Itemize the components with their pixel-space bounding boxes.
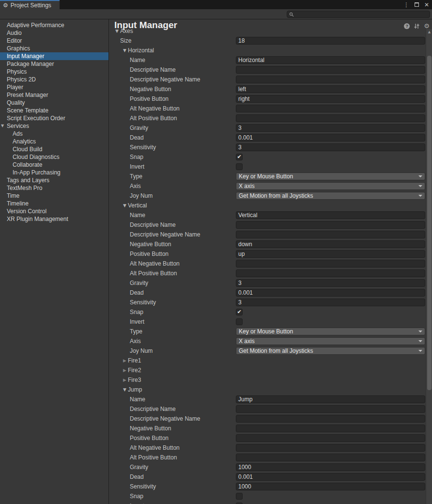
sidebar-item-ads[interactable]: Ads bbox=[0, 130, 108, 138]
row-negative-button: Negative Buttondown bbox=[109, 239, 426, 249]
text-field-negative-button[interactable]: left bbox=[236, 85, 425, 93]
text-field-descriptive-negative-name[interactable] bbox=[236, 415, 425, 423]
text-field-descriptive-name[interactable] bbox=[236, 221, 425, 229]
checkbox-snap[interactable] bbox=[236, 493, 243, 500]
preset-icon[interactable] bbox=[414, 23, 420, 29]
tab-project-settings[interactable]: ⚙ Project Settings bbox=[0, 0, 60, 9]
dropdown-axis[interactable]: X axis bbox=[236, 337, 425, 345]
foldout-triangle-icon[interactable]: ▶ bbox=[123, 356, 126, 365]
text-field-positive-button[interactable]: up bbox=[236, 250, 425, 258]
sidebar-item-player[interactable]: Player bbox=[0, 83, 108, 91]
text-field-alt-positive-button[interactable] bbox=[236, 269, 425, 277]
text-field-dead[interactable]: 0.001 bbox=[236, 289, 425, 297]
text-field-size[interactable]: 18 bbox=[236, 37, 425, 45]
text-field-dead[interactable]: 0.001 bbox=[236, 473, 425, 481]
text-field-alt-negative-button[interactable] bbox=[236, 444, 425, 452]
dropdown-type[interactable]: Key or Mouse Button bbox=[236, 328, 425, 335]
foldout-triangle-icon[interactable]: ▼ bbox=[123, 385, 126, 394]
scroll-up-arrow-icon[interactable]: ▲ bbox=[426, 30, 432, 34]
sidebar-item-audio[interactable]: Audio bbox=[0, 29, 108, 37]
sidebar-item-script-execution-order[interactable]: Script Execution Order bbox=[0, 114, 108, 122]
checkbox-snap[interactable]: ✔ bbox=[236, 309, 243, 315]
foldout-triangle-icon[interactable]: ▶ bbox=[123, 365, 126, 375]
text-field-name[interactable]: Jump bbox=[236, 395, 425, 403]
dropdown-axis[interactable]: X axis bbox=[236, 182, 425, 190]
dropdown-joy-num[interactable]: Get Motion from all Joysticks bbox=[236, 192, 425, 200]
text-field-descriptive-negative-name[interactable] bbox=[236, 231, 425, 238]
sidebar-item-version-control[interactable]: Version Control bbox=[0, 207, 108, 215]
text-field-sensitivity[interactable]: 1000 bbox=[236, 483, 425, 490]
row-vertical: ▼Vertical bbox=[109, 201, 426, 210]
text-field-negative-button[interactable] bbox=[236, 425, 425, 432]
row-negative-button: Negative Buttonleft bbox=[109, 84, 426, 94]
field-label: Horizontal bbox=[128, 46, 154, 55]
sidebar-item-cloud-build[interactable]: Cloud Build bbox=[0, 145, 108, 153]
sidebar-item-xr-plugin-management[interactable]: XR Plugin Management bbox=[0, 215, 108, 223]
sidebar-item-cloud-diagnostics[interactable]: Cloud Diagnostics bbox=[0, 153, 108, 161]
search-box[interactable] bbox=[287, 11, 430, 18]
text-field-dead[interactable]: 0.001 bbox=[236, 134, 425, 142]
sidebar-item-input-manager[interactable]: Input Manager bbox=[0, 52, 108, 60]
text-field-negative-button[interactable]: down bbox=[236, 240, 425, 248]
sidebar-item-label: Package Manager bbox=[7, 61, 54, 67]
text-field-name[interactable]: Horizontal bbox=[236, 56, 425, 64]
sidebar-item-editor[interactable]: Editor bbox=[0, 37, 108, 45]
field-label: Type bbox=[130, 327, 142, 336]
sidebar-item-analytics[interactable]: Analytics bbox=[0, 138, 108, 145]
checkbox-invert[interactable] bbox=[236, 318, 243, 325]
sidebar-item-in-app-purchasing[interactable]: In-App Purchasing bbox=[0, 169, 108, 176]
help-icon[interactable]: ? bbox=[404, 23, 410, 29]
settings-gear-icon[interactable]: ⚙ bbox=[424, 23, 430, 29]
maximize-icon[interactable] bbox=[415, 2, 419, 8]
row-fire1: ▶Fire1 bbox=[109, 356, 426, 365]
text-field-descriptive-name[interactable] bbox=[236, 405, 425, 413]
vertical-scrollbar[interactable]: ▲ bbox=[426, 29, 432, 504]
text-field-positive-button[interactable] bbox=[236, 434, 425, 442]
scrollbar-thumb[interactable] bbox=[427, 56, 432, 390]
sidebar-item-preset-manager[interactable]: Preset Manager bbox=[0, 91, 108, 99]
text-field-gravity[interactable]: 1000 bbox=[236, 463, 425, 471]
sidebar-item-timeline[interactable]: Timeline bbox=[0, 200, 108, 207]
text-field-alt-positive-button[interactable] bbox=[236, 114, 425, 122]
foldout-triangle-icon[interactable]: ▼ bbox=[123, 46, 126, 55]
text-field-gravity[interactable]: 3 bbox=[236, 124, 425, 132]
sidebar-item-label: Editor bbox=[7, 37, 22, 44]
dropdown-type[interactable]: Key or Mouse Button bbox=[236, 173, 425, 180]
text-field-gravity[interactable]: 3 bbox=[236, 279, 425, 287]
text-field-descriptive-name[interactable] bbox=[236, 66, 425, 74]
panel-header: Input Manager bbox=[109, 19, 426, 29]
text-field-sensitivity[interactable]: 3 bbox=[236, 299, 425, 306]
sidebar-item-package-manager[interactable]: Package Manager bbox=[0, 60, 108, 68]
text-field-name[interactable]: Vertical bbox=[236, 211, 425, 219]
text-field-alt-positive-button[interactable] bbox=[236, 454, 425, 461]
sidebar-item-physics[interactable]: Physics bbox=[0, 68, 108, 76]
dropdown-joy-num[interactable]: Get Motion from all Joysticks bbox=[236, 347, 425, 355]
sidebar-item-time[interactable]: Time bbox=[0, 192, 108, 200]
sidebar-item-textmesh-pro[interactable]: TextMesh Pro bbox=[0, 184, 108, 192]
foldout-triangle-icon[interactable]: ▼ bbox=[123, 201, 126, 210]
row-descriptive-name: Descriptive Name bbox=[109, 404, 426, 414]
chevron-down-icon bbox=[418, 340, 422, 342]
sidebar-item-collaborate[interactable]: Collaborate bbox=[0, 161, 108, 169]
dropdown-value: Get Motion from all Joysticks bbox=[239, 192, 313, 199]
checkbox-snap[interactable]: ✔ bbox=[236, 154, 243, 160]
sidebar-item-graphics[interactable]: Graphics bbox=[0, 45, 108, 52]
checkbox-invert[interactable] bbox=[236, 163, 243, 170]
text-field-alt-negative-button[interactable] bbox=[236, 260, 425, 268]
close-icon[interactable]: ✕ bbox=[424, 2, 429, 8]
sidebar-item-scene-template[interactable]: Scene Template bbox=[0, 107, 108, 114]
search-input[interactable] bbox=[294, 12, 428, 17]
sidebar-item-quality[interactable]: Quality bbox=[0, 99, 108, 107]
sidebar-item-adaptive-performance[interactable]: Adaptive Performance bbox=[0, 21, 108, 29]
text-field-sensitivity[interactable]: 3 bbox=[236, 143, 425, 151]
sidebar-item-services[interactable]: ▼Services bbox=[0, 122, 108, 130]
sidebar-item-physics-2d[interactable]: Physics 2D bbox=[0, 76, 108, 83]
menu-kebab-icon[interactable]: ⋮ bbox=[403, 2, 409, 8]
foldout-triangle-icon[interactable]: ▶ bbox=[123, 375, 126, 385]
text-field-positive-button[interactable]: right bbox=[236, 95, 425, 103]
sidebar-item-tags-and-layers[interactable]: Tags and Layers bbox=[0, 176, 108, 184]
text-field-descriptive-negative-name[interactable] bbox=[236, 76, 425, 83]
foldout-triangle-icon[interactable]: ▼ bbox=[1, 122, 4, 130]
row-alt-positive-button: Alt Positive Button bbox=[109, 113, 426, 123]
text-field-alt-negative-button[interactable] bbox=[236, 105, 425, 112]
